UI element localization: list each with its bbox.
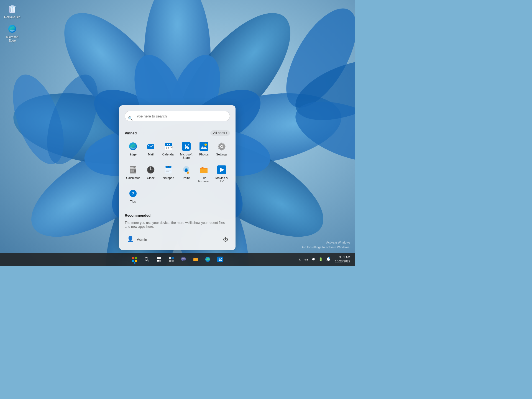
all-apps-button[interactable]: All apps › bbox=[210, 130, 230, 136]
widgets-button[interactable] bbox=[166, 254, 177, 265]
svg-point-94 bbox=[183, 259, 184, 259]
desktop: Recycle Bin Microsoft Ed bbox=[0, 0, 355, 266]
svg-rect-49 bbox=[132, 170, 134, 171]
store-icon bbox=[181, 141, 191, 151]
svg-rect-53 bbox=[134, 171, 136, 172]
search-bar-container: 🔍 bbox=[125, 111, 230, 126]
pinned-app-tips[interactable]: ? Tips bbox=[125, 186, 141, 205]
svg-rect-68 bbox=[168, 166, 169, 167]
file-explorer-app-name: File Explorer bbox=[197, 176, 211, 183]
pinned-app-movies-tv[interactable]: Movies & TV bbox=[213, 163, 230, 185]
recycle-bin-label: Recycle Bin bbox=[4, 15, 20, 19]
svg-point-62 bbox=[154, 170, 154, 170]
taskbar-edge[interactable] bbox=[202, 254, 213, 265]
battery-icon[interactable]: 🔋 bbox=[318, 256, 324, 262]
pinned-app-photos[interactable]: Photos bbox=[196, 139, 212, 162]
svg-rect-48 bbox=[131, 170, 132, 171]
pinned-app-clock[interactable]: Clock bbox=[142, 163, 159, 185]
microsoft-edge-desktop-icon[interactable]: Microsoft Edge bbox=[2, 22, 22, 44]
movies-tv-app-name: Movies & TV bbox=[214, 176, 229, 183]
svg-rect-84 bbox=[157, 257, 159, 259]
mail-app-name: Mail bbox=[148, 153, 154, 156]
svg-point-44 bbox=[221, 146, 222, 147]
svg-rect-35 bbox=[167, 144, 168, 145]
start-button[interactable] bbox=[129, 254, 140, 265]
time-display: 3:51 AM bbox=[339, 255, 350, 259]
user-profile-button[interactable]: 👤 Admin bbox=[125, 234, 149, 244]
svg-rect-87 bbox=[159, 260, 161, 262]
svg-rect-85 bbox=[159, 257, 161, 259]
svg-rect-89 bbox=[172, 257, 174, 259]
svg-rect-52 bbox=[132, 171, 134, 172]
recycle-bin-icon[interactable]: Recycle Bin bbox=[2, 2, 22, 20]
pinned-app-edge[interactable]: Edge bbox=[125, 139, 141, 162]
svg-rect-96 bbox=[193, 258, 198, 261]
start-menu: 🔍 Pinned All apps › bbox=[119, 105, 236, 250]
username-label: Admin bbox=[137, 237, 147, 242]
chat-button[interactable] bbox=[178, 254, 189, 265]
pinned-apps-grid: Edge Mail bbox=[125, 139, 230, 205]
notepad-icon bbox=[163, 165, 173, 175]
power-button[interactable]: ⏻ bbox=[221, 235, 230, 244]
svg-rect-81 bbox=[135, 260, 137, 262]
recommended-section: Recommended The more you use your device… bbox=[125, 210, 230, 229]
calculator-icon: 0 bbox=[128, 165, 138, 175]
clock-display[interactable]: 3:51 AM 10/28/2022 bbox=[333, 254, 352, 265]
volume-icon[interactable] bbox=[310, 256, 316, 263]
movies-tv-icon bbox=[217, 165, 227, 175]
taskbar-search-button[interactable] bbox=[141, 254, 152, 265]
task-view-button[interactable] bbox=[154, 254, 165, 265]
svg-rect-36 bbox=[169, 144, 170, 145]
search-input[interactable] bbox=[125, 111, 230, 121]
calendar-icon: S M T W T F S bbox=[163, 141, 173, 151]
show-hidden-icons-button[interactable]: ∧ bbox=[298, 257, 302, 262]
recommended-header: Recommended bbox=[125, 213, 230, 218]
svg-rect-90 bbox=[169, 260, 171, 262]
svg-point-93 bbox=[182, 259, 183, 259]
svg-rect-91 bbox=[172, 260, 174, 262]
settings-app-name: Settings bbox=[216, 153, 227, 156]
file-explorer-icon bbox=[199, 165, 209, 175]
tips-app-name: Tips bbox=[130, 200, 136, 203]
pinned-app-notepad[interactable]: Notepad bbox=[160, 163, 177, 185]
svg-rect-73 bbox=[200, 168, 208, 169]
notification-icon[interactable]: 1 bbox=[325, 256, 332, 263]
svg-text:F S: F S bbox=[166, 148, 169, 150]
taskbar: ∧ 🔋 bbox=[0, 253, 355, 266]
svg-point-61 bbox=[147, 170, 148, 170]
all-apps-label: All apps bbox=[213, 131, 225, 135]
notepad-app-name: Notepad bbox=[163, 176, 174, 180]
svg-point-58 bbox=[150, 170, 151, 170]
svg-rect-29 bbox=[147, 144, 154, 149]
svg-rect-86 bbox=[157, 260, 159, 262]
svg-rect-40 bbox=[200, 142, 208, 151]
svg-rect-32 bbox=[165, 145, 172, 146]
start-menu-footer: 👤 Admin ⏻ bbox=[125, 231, 230, 244]
paint-app-name: Paint bbox=[183, 176, 190, 180]
settings-icon bbox=[217, 141, 227, 151]
pinned-app-file-explorer[interactable]: File Explorer bbox=[196, 163, 212, 185]
taskbar-store[interactable] bbox=[214, 254, 226, 265]
edge-icon bbox=[128, 141, 138, 151]
svg-point-42 bbox=[205, 144, 206, 145]
svg-text:0: 0 bbox=[134, 167, 135, 169]
svg-rect-46 bbox=[130, 167, 136, 169]
pinned-app-store[interactable]: Microsoft Store bbox=[178, 139, 195, 162]
svg-point-100 bbox=[306, 260, 306, 261]
svg-point-95 bbox=[184, 259, 185, 259]
recommended-label: Recommended bbox=[125, 213, 150, 218]
system-tray: ∧ 🔋 bbox=[298, 254, 355, 265]
network-icon[interactable] bbox=[303, 256, 309, 263]
date-display: 10/28/2022 bbox=[335, 259, 350, 264]
tips-icon: ? bbox=[128, 188, 138, 198]
svg-rect-80 bbox=[132, 260, 134, 262]
svg-rect-88 bbox=[169, 257, 171, 259]
clock-icon bbox=[146, 165, 156, 175]
pinned-app-calculator[interactable]: 0 Calculator bbox=[125, 163, 141, 185]
taskbar-file-explorer[interactable] bbox=[190, 254, 201, 265]
svg-rect-28 bbox=[11, 5, 14, 6]
pinned-app-mail[interactable]: Mail bbox=[142, 139, 159, 162]
pinned-app-calendar[interactable]: S M T W T F S Calendar bbox=[160, 139, 177, 162]
pinned-app-paint[interactable]: Paint bbox=[178, 163, 195, 185]
pinned-app-settings[interactable]: Settings bbox=[213, 139, 230, 162]
